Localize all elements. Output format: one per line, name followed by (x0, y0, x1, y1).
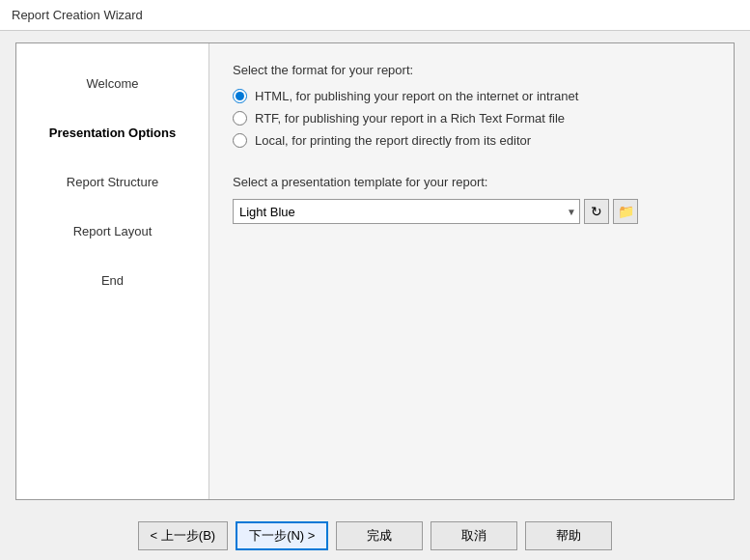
format-html-radio[interactable] (233, 89, 247, 103)
cancel-button[interactable]: 取消 (431, 521, 517, 550)
dialog-title: Report Creation Wizard (12, 8, 143, 22)
title-bar: Report Creation Wizard (0, 0, 750, 31)
sidebar-item-report-layout[interactable]: Report Layout (16, 207, 208, 256)
help-button[interactable]: 帮助 (525, 521, 612, 550)
format-rtf-option[interactable]: RTF, for publishing your report in a Ric… (233, 111, 710, 126)
sidebar-item-welcome[interactable]: Welcome (16, 59, 208, 108)
next-button[interactable]: 下一步(N) > (236, 521, 328, 550)
refresh-button[interactable]: ↻ (584, 199, 609, 224)
format-rtf-radio[interactable] (233, 111, 247, 126)
format-radio-group: HTML, for publishing your report on the … (233, 89, 710, 148)
format-local-option[interactable]: Local, for printing the report directly … (233, 133, 710, 148)
format-section-label: Select the format for your report: (233, 63, 710, 77)
template-select-wrapper: Light Blue Classic Modern Default ▼ (233, 199, 580, 224)
sidebar: Welcome Presentation Options Report Stru… (16, 43, 209, 499)
folder-icon: 📁 (618, 204, 634, 219)
format-html-option[interactable]: HTML, for publishing your report on the … (233, 89, 710, 103)
format-local-label: Local, for printing the report directly … (255, 133, 531, 148)
sidebar-item-report-structure[interactable]: Report Structure (16, 157, 208, 207)
template-select[interactable]: Light Blue Classic Modern Default (233, 199, 580, 224)
back-button[interactable]: < 上一步(B) (138, 521, 229, 550)
footer: < 上一步(B) 下一步(N) > 完成 取消 帮助 (0, 512, 750, 560)
finish-button[interactable]: 完成 (336, 521, 423, 550)
main-content: Welcome Presentation Options Report Stru… (15, 42, 735, 500)
format-local-radio[interactable] (233, 133, 247, 148)
content-area: Select the format for your report: HTML,… (209, 43, 734, 499)
sidebar-item-presentation-options[interactable]: Presentation Options (16, 108, 208, 157)
format-rtf-label: RTF, for publishing your report in a Ric… (255, 111, 565, 126)
folder-button[interactable]: 📁 (613, 199, 638, 224)
sidebar-item-end[interactable]: End (16, 256, 208, 305)
dialog-body: Welcome Presentation Options Report Stru… (0, 31, 750, 512)
format-html-label: HTML, for publishing your report on the … (255, 89, 578, 103)
refresh-icon: ↻ (591, 204, 602, 219)
template-row: Light Blue Classic Modern Default ▼ ↻ 📁 (233, 199, 710, 224)
template-section-label: Select a presentation template for your … (233, 175, 710, 189)
template-section: Select a presentation template for your … (233, 175, 710, 224)
